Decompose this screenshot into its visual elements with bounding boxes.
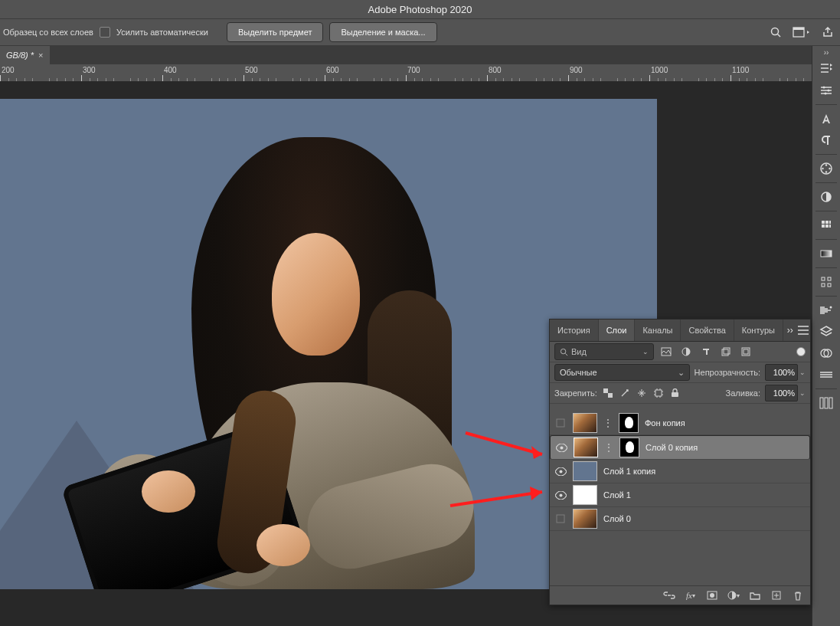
layer-thumbnail[interactable]	[573, 461, 597, 481]
filter-text-icon[interactable]	[698, 344, 714, 359]
layer-thumbnail[interactable]	[573, 413, 597, 433]
svg-rect-31	[825, 398, 828, 408]
layer-mask-thumbnail[interactable]	[619, 413, 639, 433]
layer-thumbnail[interactable]	[573, 509, 597, 529]
svg-rect-43	[655, 390, 662, 396]
lock-transparency-icon[interactable]	[602, 387, 614, 399]
svg-point-51	[710, 593, 714, 598]
document-tab[interactable]: GB/8) * ×	[0, 46, 50, 64]
auto-enhance-label: Усилить автоматически	[116, 28, 208, 37]
gradients-icon[interactable]	[812, 243, 840, 264]
svg-line-34	[565, 353, 567, 356]
layer-row[interactable]: Слой 1 копия	[550, 460, 810, 483]
screen-mode-icon[interactable]	[793, 26, 811, 38]
svg-rect-45	[557, 419, 564, 427]
opacity-field[interactable]: ⌄	[765, 364, 806, 381]
swatches-icon[interactable]	[812, 186, 840, 208]
channels-icon[interactable]	[812, 342, 840, 364]
link-mask-icon[interactable]: ⋮	[603, 418, 613, 428]
layer-filter-row: Вид ⌄	[550, 342, 810, 362]
link-mask-icon[interactable]: ⋮	[604, 442, 613, 453]
svg-rect-16	[822, 225, 825, 228]
paragraph-icon[interactable]	[812, 129, 840, 151]
svg-point-46	[560, 446, 563, 449]
filter-smart-icon[interactable]	[738, 344, 753, 359]
lock-artboard-icon[interactable]	[652, 387, 665, 399]
color-icon[interactable]	[812, 158, 840, 179]
visibility-toggle[interactable]	[554, 489, 567, 501]
filter-toggle[interactable]	[796, 347, 806, 356]
collapse-strip-icon[interactable]: ››	[812, 46, 840, 58]
visibility-toggle[interactable]	[554, 513, 567, 525]
filter-adjust-icon[interactable]	[678, 344, 694, 359]
lock-position-icon[interactable]	[636, 387, 648, 399]
panel-menu-icon[interactable]	[796, 320, 810, 341]
fill-field[interactable]: ⌄	[765, 385, 806, 401]
svg-rect-21	[828, 277, 831, 280]
layer-mask-icon[interactable]	[706, 589, 718, 601]
svg-point-4	[823, 87, 825, 89]
layer-filter-select[interactable]: Вид ⌄	[554, 343, 654, 360]
layer-name[interactable]: Слой 0	[603, 514, 631, 523]
right-panel-strip: ››	[812, 46, 840, 626]
delete-layer-icon[interactable]	[792, 589, 804, 601]
svg-rect-18	[829, 225, 831, 228]
layer-name[interactable]: Фон копия	[645, 418, 685, 428]
visibility-toggle[interactable]	[555, 441, 567, 454]
auto-enhance-checkbox[interactable]	[100, 27, 110, 38]
svg-rect-32	[829, 398, 832, 408]
adjustments-icon[interactable]	[812, 271, 840, 293]
select-subject-button[interactable]: Выделить предмет	[227, 22, 324, 42]
opacity-input[interactable]	[765, 364, 798, 381]
brushes-icon[interactable]	[812, 58, 840, 80]
libraries-icon[interactable]	[812, 300, 840, 321]
fx-icon[interactable]: fx▾	[685, 589, 697, 601]
link-layers-icon[interactable]	[663, 589, 675, 601]
layer-row[interactable]: ⋮Слой 0 копия	[550, 435, 810, 460]
lock-pixels-icon[interactable]	[619, 387, 631, 399]
tab-properties[interactable]: Свойства	[681, 320, 734, 341]
blend-mode-select[interactable]: Обычные ⌄	[554, 364, 690, 381]
tab-history[interactable]: История	[550, 320, 599, 341]
layer-row[interactable]: Слой 1	[550, 483, 810, 507]
paths-icon[interactable]	[812, 364, 840, 385]
brush-settings-icon[interactable]	[812, 80, 840, 101]
select-and-mask-button[interactable]: Выделение и маска...	[329, 22, 436, 42]
search-icon[interactable]	[770, 26, 782, 38]
layers-icon[interactable]	[812, 321, 840, 342]
tab-channels[interactable]: Каналы	[635, 320, 681, 341]
character-icon[interactable]	[812, 108, 840, 129]
adjustment-layer-icon[interactable]: ▾	[727, 589, 740, 601]
blend-mode-value: Обычные	[560, 368, 597, 377]
layer-name[interactable]: Слой 1 копия	[603, 467, 655, 476]
svg-rect-37	[724, 348, 730, 354]
svg-point-10	[825, 171, 827, 172]
fill-input[interactable]	[765, 385, 798, 401]
visibility-toggle[interactable]	[554, 465, 567, 477]
visibility-toggle[interactable]	[554, 417, 567, 429]
layer-row[interactable]: Слой 0	[550, 507, 810, 531]
filter-shape-icon[interactable]	[718, 344, 734, 359]
patterns-icon[interactable]	[812, 215, 840, 236]
layer-thumbnail[interactable]	[574, 438, 598, 457]
group-icon[interactable]	[749, 589, 761, 601]
layer-name[interactable]: Слой 1	[603, 490, 631, 500]
subject-face	[272, 233, 360, 356]
layer-list[interactable]: ⋮Фон копия⋮Слой 0 копияСлой 1 копияСлой …	[550, 411, 810, 586]
layer-name[interactable]: Слой 0 копия	[646, 443, 698, 452]
panel-expand-icon[interactable]: ››	[783, 320, 797, 341]
share-icon[interactable]	[822, 26, 834, 38]
svg-point-47	[559, 470, 562, 473]
actions-icon[interactable]	[812, 392, 840, 414]
tab-paths[interactable]: Контуры	[734, 320, 783, 341]
filter-pixel-icon[interactable]	[659, 344, 674, 359]
document-tabs: GB/8) * ×	[0, 46, 812, 64]
tab-layers[interactable]: Слои	[599, 320, 636, 341]
lock-all-icon[interactable]	[669, 387, 681, 399]
layer-row[interactable]: ⋮Фон копия	[550, 411, 810, 435]
layer-mask-thumbnail[interactable]	[619, 438, 639, 457]
layer-thumbnail[interactable]	[573, 485, 597, 505]
ruler-horizontal[interactable]: 200300400500600700800900100011001200	[0, 64, 812, 82]
close-tab-icon[interactable]: ×	[38, 51, 43, 60]
new-layer-icon[interactable]	[770, 589, 783, 601]
